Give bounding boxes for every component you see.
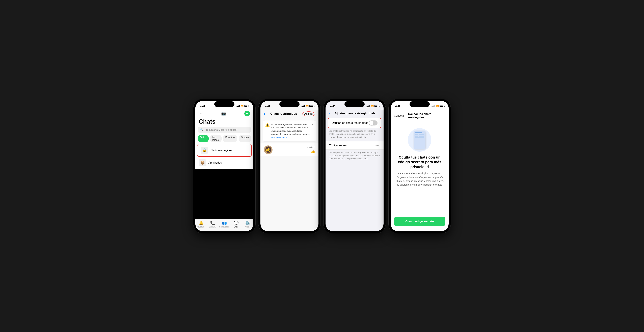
screen2-title: Chats restringidos xyxy=(270,112,297,116)
signal-icon-2 xyxy=(301,105,305,107)
camera-icon[interactable]: 📷 xyxy=(221,112,226,116)
nav-header-2: ‹ Chats restringidos Ajustes xyxy=(260,110,318,118)
info-banner: ⚠️ No se restringirán los chats en todos… xyxy=(263,120,316,142)
codigo-setting[interactable]: Código secreto No › xyxy=(326,142,384,150)
ocultar-desc: Los chats restringidos no aparecerán en … xyxy=(326,128,384,141)
filter-tab-todos[interactable]: Todos xyxy=(198,135,209,142)
ocultar-group: Ocultar los chats restringidos Los chats… xyxy=(326,118,384,141)
dynamic-island-1 xyxy=(214,101,234,107)
list-item-chats-restringidos[interactable]: 🔒 Chats restringidos xyxy=(198,144,252,156)
signal-icon-4 xyxy=(432,105,435,107)
new-chat-button[interactable]: + xyxy=(244,111,250,116)
mas-informacion-link[interactable]: Más información xyxy=(271,136,287,139)
highlighted-chats-restringidos[interactable]: 🔒 Chats restringidos xyxy=(197,144,252,157)
nav-novedades[interactable]: 🔔 Novedades xyxy=(196,221,206,228)
comunidades-icon: 👥 xyxy=(222,221,227,226)
back-button-2[interactable]: ‹ xyxy=(264,112,265,116)
avatar-1: 🧔 xyxy=(264,146,272,154)
codigo-value: No xyxy=(375,144,378,147)
more-icon[interactable]: ··· xyxy=(199,112,202,116)
ajustes-icon: ⚙️ xyxy=(245,221,250,226)
nav-chats[interactable]: 💬 Chats xyxy=(231,221,241,228)
phone-1: 4:41 📶 ··· 📷 + xyxy=(193,99,256,233)
codigo-group: Código secreto No › Desbloquea tus chats… xyxy=(326,141,384,163)
modal-body: Para buscar chats restringidos, ingresa … xyxy=(390,169,448,190)
modal-title: Ocultar los chats restringidos xyxy=(408,112,445,119)
cancel-button[interactable]: Cancelar xyxy=(394,114,405,117)
chats-label: Chats xyxy=(234,226,238,228)
filter-tab-noleidos[interactable]: No leídos xyxy=(210,135,222,142)
time-3: 4:43 xyxy=(330,105,335,108)
lock-icon: 🔒 xyxy=(201,146,208,154)
nav-header-3: ‹ Ajustes para restringir chats xyxy=(326,110,384,118)
signal-icon-1 xyxy=(236,105,240,107)
filter-tab-favoritos[interactable]: Favoritos xyxy=(223,135,238,142)
screen3-title: Ajustes para restringir chats xyxy=(335,112,376,115)
battery-icon-3 xyxy=(374,105,379,107)
status-icons-1: 📶 xyxy=(236,105,249,107)
nav-llamadas[interactable]: 📞 Llamadas xyxy=(208,221,218,228)
chevron-icon: › xyxy=(379,144,380,147)
wifi-icon-1: 📶 xyxy=(241,105,244,107)
illus-bg xyxy=(408,128,431,152)
status-icons-3: 📶 xyxy=(366,105,379,107)
filter-tabs: Todos No leídos Favoritos Grupos xyxy=(196,135,254,144)
bottom-nav: 🔔 Novedades 📞 Llamadas 👥 Comunidades 💬 C… xyxy=(196,219,254,231)
battery-icon-2 xyxy=(310,105,314,107)
phone-3: 4:43 📶 ‹ Ajustes para re xyxy=(324,99,386,233)
dynamic-island-4 xyxy=(410,101,430,107)
ocultar-toggle[interactable] xyxy=(369,120,378,126)
ajustes-button[interactable]: Ajustes xyxy=(302,112,315,116)
ocultar-setting[interactable]: Ocultar los chats restringidos xyxy=(328,118,381,128)
battery-icon-1 xyxy=(244,105,249,107)
codigo-desc: Desbloquea tus chats con un código secre… xyxy=(326,150,384,163)
close-banner-button[interactable]: ✕ xyxy=(312,123,314,126)
dynamic-island-3 xyxy=(344,101,364,107)
ajustes-label: Ajustes xyxy=(245,226,250,228)
modal-heading: Oculta tus chats con un código secreto p… xyxy=(390,155,448,170)
chat-time: domingo xyxy=(308,146,315,148)
time-2: 4:41 xyxy=(265,105,270,108)
llamadas-label: Llamadas xyxy=(209,226,216,228)
battery-icon-4 xyxy=(440,105,444,107)
time-1: 4:41 xyxy=(200,105,205,108)
warning-icon: ⚠️ xyxy=(265,123,270,127)
llamadas-icon: 📞 xyxy=(210,221,215,226)
chat-item[interactable]: 🧔 domingo 👍 xyxy=(260,144,318,156)
empty-area xyxy=(196,169,254,219)
highlighted-toggle-row: Ocultar los chats restringidos xyxy=(328,118,381,128)
illus-device xyxy=(414,131,426,149)
dynamic-island-2 xyxy=(280,101,300,107)
signal-icon-3 xyxy=(366,105,370,107)
nav-comunidades[interactable]: 👥 Comunidades xyxy=(219,221,230,228)
phone-2: 4:41 📶 ‹ Chats restringi xyxy=(258,99,320,233)
modal-header: Cancelar Ocultar los chats restringidos xyxy=(390,110,448,122)
novedades-label: Novedades xyxy=(197,226,206,228)
back-button-3[interactable]: ‹ xyxy=(329,112,330,116)
search-placeholder: Preguntar a Meta AI o buscar xyxy=(204,128,237,131)
novedades-icon: 🔔 xyxy=(198,221,204,226)
filter-tab-grupos[interactable]: Grupos xyxy=(239,135,251,142)
banner-text: No se restringirán los chats en todos tu… xyxy=(271,123,310,139)
codigo-value-group: No › xyxy=(375,144,380,147)
phone-4: 4:42 📶 Cancelar Ocultar xyxy=(388,99,451,233)
wifi-icon-2: 📶 xyxy=(306,105,308,107)
codigo-label: Código secreto xyxy=(329,144,348,147)
time-4: 4:42 xyxy=(395,105,400,108)
chats-icon: 💬 xyxy=(234,221,239,226)
codigo-row-wrapper: Código secreto No › xyxy=(326,141,384,150)
archive-icon: 📦 xyxy=(199,159,206,166)
chats-restringidos-label: Chats restringidos xyxy=(210,149,232,152)
search-bar[interactable]: 🔍 Preguntar a Meta AI o buscar xyxy=(198,127,251,133)
status-icons-2: 📶 xyxy=(301,105,314,107)
search-icon: 🔍 xyxy=(200,128,203,131)
nav-ajustes[interactable]: ⚙️ Ajustes xyxy=(243,221,253,228)
comunidades-label: Comunidades xyxy=(219,226,230,228)
ocultar-label: Ocultar los chats restringidos xyxy=(332,121,368,125)
wifi-icon-4: 📶 xyxy=(436,105,439,107)
modal-footer: Crear código secreto xyxy=(390,217,448,231)
create-secret-code-button[interactable]: Crear código secreto xyxy=(394,217,445,226)
list-item-archivados[interactable]: 📦 Archivados xyxy=(196,157,254,169)
chat-emoji: 👍 xyxy=(310,149,315,154)
page-title: Chats xyxy=(196,118,254,127)
